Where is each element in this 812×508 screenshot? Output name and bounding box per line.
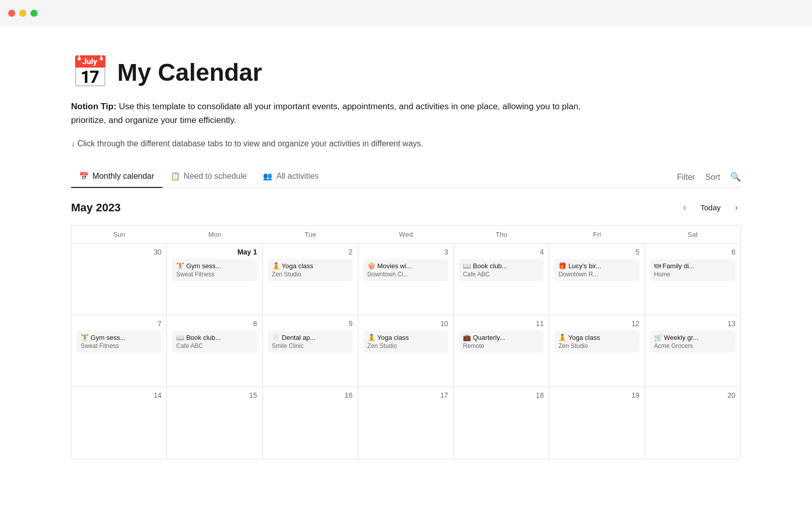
calendar-month-title: May 2023	[71, 201, 121, 214]
tabs-actions: Filter Sort 🔍	[677, 172, 741, 182]
calendar-cell-0-6[interactable]: 6🍽 Family di...Home	[645, 244, 740, 315]
tip-body: Use this template to consolidate all you…	[71, 102, 581, 125]
day-header-sat: Sat	[645, 226, 740, 243]
calendar-cell-0-5[interactable]: 5🎁 Lucy's bir...Downtown R...	[549, 244, 645, 315]
event-card[interactable]: 💼 Quarterly...Remote	[459, 331, 544, 353]
titlebar	[0, 0, 812, 26]
calendar-cell-1-3[interactable]: 10🧘 Yoga classZen Studio	[358, 315, 454, 387]
event-card[interactable]: 🧘 Yoga classZen Studio	[363, 331, 448, 353]
sort-button[interactable]: Sort	[705, 173, 720, 182]
filter-button[interactable]: Filter	[677, 173, 695, 182]
event-card[interactable]: 🎁 Lucy's bir...Downtown R...	[554, 259, 639, 281]
calendar-cell-1-0[interactable]: 7🏋 Gym sess...Sweat Fitness	[72, 315, 167, 387]
event-location: Cafe ABC	[176, 342, 253, 350]
calendar-cell-1-5[interactable]: 12🧘 Yoga classZen Studio	[549, 315, 645, 387]
calendar-grid: Sun Mon Tue Wed Thu Fri Sat 30May 1🏋 Gym…	[71, 225, 741, 459]
main-content: 📅 My Calendar Notion Tip: Use this templ…	[0, 26, 812, 480]
event-title: 🧘 Yoga class	[272, 262, 349, 270]
event-card[interactable]: 🏋 Gym sess...Sweat Fitness	[77, 331, 161, 353]
calendar-cell-0-2[interactable]: 2🧘 Yoga classZen Studio	[263, 244, 358, 315]
tab-all-activities[interactable]: 👥 All activities	[255, 167, 327, 188]
calendar-header-row: Sun Mon Tue Wed Thu Fri Sat	[72, 226, 740, 244]
calendar-cell-0-0[interactable]: 30	[72, 244, 167, 315]
tabs-left: 📅 Monthly calendar 📋 Need to schedule 👥 …	[71, 167, 677, 187]
tab-monthly-calendar[interactable]: 📅 Monthly calendar	[71, 167, 162, 188]
calendar-cell-0-1[interactable]: May 1🏋 Gym sess...Sweat Fitness	[167, 244, 262, 315]
event-title: 🧘 Yoga class	[558, 334, 635, 341]
day-header-sun: Sun	[72, 226, 167, 243]
cell-date: 4	[459, 248, 544, 256]
day-header-tue: Tue	[263, 226, 358, 243]
calendar-cell-1-6[interactable]: 13🛒 Weekly gr...Acme Grocers	[645, 315, 740, 387]
calendar-cell-2-5[interactable]: 19	[549, 387, 645, 459]
event-title: 🏋 Gym sess...	[81, 334, 157, 341]
calendar-nav: May 2023 ‹ Today ›	[71, 200, 741, 215]
event-card[interactable]: 📖 Book club...Cafe ABC	[172, 331, 257, 353]
event-location: Sweat Fitness	[81, 342, 157, 350]
calendar-week-2: 14151617181920	[72, 387, 740, 459]
event-title: 💼 Quarterly...	[463, 334, 539, 341]
cell-date: 10	[363, 320, 448, 328]
cell-date: 14	[77, 391, 161, 399]
event-title: 🎁 Lucy's bir...	[558, 262, 635, 270]
tab-need-to-schedule[interactable]: 📋 Need to schedule	[162, 167, 255, 188]
calendar-cell-1-1[interactable]: 8📖 Book club...Cafe ABC	[167, 315, 262, 387]
calendar-cell-1-2[interactable]: 9🦷 Dental ap...Smile Clinic	[263, 315, 358, 387]
cell-date: 18	[459, 391, 544, 399]
event-title: 🦷 Dental ap...	[272, 334, 349, 341]
event-card[interactable]: 🏋 Gym sess...Sweat Fitness	[172, 259, 257, 281]
prev-month-button[interactable]: ‹	[680, 200, 689, 215]
cell-date: 6	[650, 248, 735, 256]
calendar-section: May 2023 ‹ Today › Sun Mon Tue Wed Thu F…	[71, 188, 741, 459]
cell-date: 13	[650, 320, 735, 328]
next-month-button[interactable]: ›	[732, 200, 741, 215]
today-button[interactable]: Today	[695, 201, 726, 214]
event-card[interactable]: 🍿 Movies wi...Downtown Ci...	[363, 259, 448, 281]
day-header-mon: Mon	[167, 226, 262, 243]
tabs-container: 📅 Monthly calendar 📋 Need to schedule 👥 …	[71, 167, 741, 188]
cell-date: 7	[77, 320, 161, 328]
close-button[interactable]	[8, 10, 15, 17]
page-emoji: 📅	[71, 57, 109, 87]
cell-date: 8	[172, 320, 257, 328]
calendar-cell-2-3[interactable]: 17	[358, 387, 454, 459]
calendar-cell-2-0[interactable]: 14	[72, 387, 167, 459]
minimize-button[interactable]	[19, 10, 26, 17]
calendar-cell-1-4[interactable]: 11💼 Quarterly...Remote	[454, 315, 549, 387]
cell-date: 17	[363, 391, 448, 399]
event-card[interactable]: 🧘 Yoga classZen Studio	[268, 259, 353, 281]
event-title: 📖 Book club...	[463, 262, 539, 270]
calendar-cell-2-2[interactable]: 16	[263, 387, 358, 459]
instruction-text: ↓ Click through the different database t…	[71, 139, 741, 148]
event-location: Zen Studio	[558, 342, 635, 350]
day-header-thu: Thu	[454, 226, 549, 243]
cell-date: May 1	[172, 248, 257, 256]
event-location: Home	[654, 271, 731, 278]
cell-date: 9	[268, 320, 353, 328]
cell-date: 5	[554, 248, 639, 256]
event-location: Downtown R...	[558, 271, 635, 278]
event-card[interactable]: 🦷 Dental ap...Smile Clinic	[268, 331, 353, 353]
event-card[interactable]: 🛒 Weekly gr...Acme Grocers	[650, 331, 735, 353]
calendar-cell-2-1[interactable]: 15	[167, 387, 262, 459]
event-card[interactable]: 🧘 Yoga classZen Studio	[554, 331, 639, 353]
calendar-cell-0-3[interactable]: 3🍿 Movies wi...Downtown Ci...	[358, 244, 454, 315]
calendar-cell-2-4[interactable]: 18	[454, 387, 549, 459]
cell-date: 20	[650, 391, 735, 399]
event-location: Cafe ABC	[463, 271, 539, 278]
event-title: 📖 Book club...	[176, 334, 253, 341]
event-card[interactable]: 📖 Book club...Cafe ABC	[459, 259, 544, 281]
search-icon[interactable]: 🔍	[730, 172, 741, 182]
cell-date: 19	[554, 391, 639, 399]
maximize-button[interactable]	[30, 10, 38, 17]
tip-label: Notion Tip:	[71, 102, 116, 111]
people-icon: 👥	[263, 172, 273, 181]
event-location: Sweat Fitness	[176, 271, 253, 278]
cell-date: 15	[172, 391, 257, 399]
calendar-cell-0-4[interactable]: 4📖 Book club...Cafe ABC	[454, 244, 549, 315]
event-title: 🧘 Yoga class	[367, 334, 444, 341]
event-location: Smile Clinic	[272, 342, 349, 350]
nav-controls: ‹ Today ›	[680, 200, 741, 215]
event-card[interactable]: 🍽 Family di...Home	[650, 259, 735, 281]
calendar-cell-2-6[interactable]: 20	[645, 387, 740, 459]
